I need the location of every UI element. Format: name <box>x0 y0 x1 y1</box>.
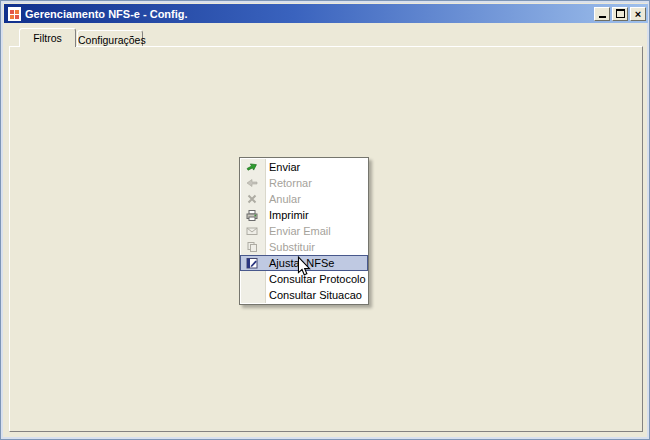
maximize-button[interactable] <box>612 7 628 21</box>
tab-configuracoes[interactable]: Configurações <box>77 30 143 47</box>
edit-icon <box>240 256 264 270</box>
app-icon <box>8 7 21 20</box>
context-menu: Enviar Retornar Anular Imprimir Enviar E… <box>239 157 369 305</box>
mouse-cursor <box>297 256 311 281</box>
menu-item-imprimir[interactable]: Imprimir <box>240 207 368 223</box>
window: Gerenciamento NFS-e - Config. × Filtros … <box>0 0 650 440</box>
titlebar[interactable]: Gerenciamento NFS-e - Config. × <box>4 4 648 23</box>
minimize-button[interactable] <box>594 7 610 21</box>
close-icon: × <box>635 9 641 19</box>
maximize-icon <box>616 9 625 18</box>
replace-icon <box>240 240 264 254</box>
close-button[interactable]: × <box>630 7 646 21</box>
email-icon <box>240 224 264 238</box>
menu-item-retornar[interactable]: Retornar <box>240 175 368 191</box>
print-icon <box>240 208 264 222</box>
menu-item-enviar-email[interactable]: Enviar Email <box>240 223 368 239</box>
menu-item-enviar[interactable]: Enviar <box>240 159 368 175</box>
menu-item-consultar-situacao[interactable]: Consultar Situacao <box>240 287 368 303</box>
cancel-icon <box>240 192 264 206</box>
menu-item-anular[interactable]: Anular <box>240 191 368 207</box>
return-icon <box>240 176 264 190</box>
window-title: Gerenciamento NFS-e - Config. <box>25 8 592 20</box>
send-icon <box>240 160 264 174</box>
tab-filtros[interactable]: Filtros <box>19 28 76 47</box>
minimize-icon <box>599 16 606 18</box>
menu-item-substituir[interactable]: Substituir <box>240 239 368 255</box>
